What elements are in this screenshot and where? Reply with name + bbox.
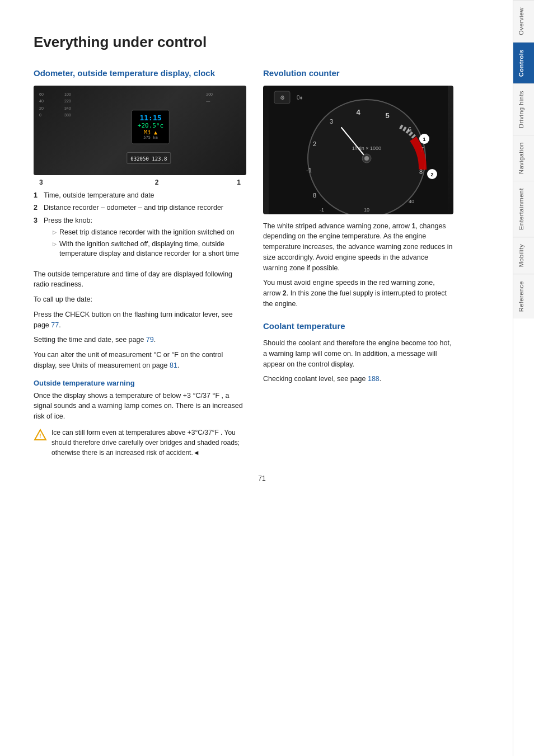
sub-item-1: Reset trip distance recorder with the ig…: [53, 228, 246, 238]
coolant-section: Coolant temperature Should the coolant a…: [263, 321, 453, 385]
sidebar: Overview Controls Driving hints Navigati…: [513, 0, 534, 756]
body-text-1: The outside temperature and time of day …: [34, 269, 246, 290]
coolant-heading: Coolant temperature: [263, 321, 453, 332]
svg-text:40: 40: [409, 199, 414, 204]
page-ref-2[interactable]: 79: [146, 336, 154, 344]
sidebar-tab-driving-hints[interactable]: Driving hints: [513, 83, 534, 135]
revolution-body-1: The white striped advance warning zone, …: [263, 221, 453, 274]
revolution-heading: Revolution counter: [263, 68, 453, 79]
label-3: 3: [39, 179, 43, 186]
sidebar-tab-overview[interactable]: Overview: [513, 0, 534, 42]
item-number-3: 3: [34, 216, 44, 261]
body-text-2: To call up the date:: [34, 294, 246, 305]
outside-temp-body: Once the display shows a temperature of …: [34, 391, 246, 422]
item-text-2: Distance recorder – odometer – and trip …: [44, 203, 246, 213]
sidebar-tab-controls[interactable]: Controls: [513, 42, 534, 83]
gauge-svg: 8 -1 2 3 4 5 6 7 8 1/min × 1000: [263, 86, 453, 214]
odometer-bar: 032050 123.8: [127, 152, 171, 164]
body-text-4: Setting the time and date, see page 79.: [34, 335, 246, 345]
svg-text:3: 3: [330, 118, 333, 125]
svg-text:2: 2: [430, 172, 433, 177]
svg-text:10: 10: [364, 207, 369, 213]
display-center: 11:15 +20.5°c M3 ▲ 575 km: [132, 110, 170, 144]
svg-text:2: 2: [313, 140, 316, 147]
page-number: 71: [34, 475, 490, 482]
svg-text:0♦: 0♦: [297, 95, 303, 101]
odometer-text: 032050 123.8: [130, 156, 167, 162]
coolant-page-ref[interactable]: 188: [368, 375, 380, 383]
svg-text:!: !: [39, 433, 41, 439]
page-title: Everything under control: [34, 34, 490, 51]
left-section-heading: Odometer, outside temperature display, c…: [34, 68, 246, 79]
revolution-body-2: You must avoid engine speeds in the red …: [263, 278, 453, 309]
item-text-3: Press the knob: Reset trip distance reco…: [44, 216, 246, 261]
svg-text:1: 1: [423, 137, 425, 142]
sidebar-tab-mobility[interactable]: Mobility: [513, 237, 534, 274]
display-km: 575 km: [138, 135, 163, 140]
coolant-body-2: Checking coolant level, see page 188.: [263, 374, 453, 384]
right-column: Revolution counter 8 -1 2 3 4: [263, 68, 453, 458]
dashboard-display: 60 40 20 0 100 220 340 380 200 —: [34, 86, 246, 175]
rev-counter-image: 8 -1 2 3 4 5 6 7 8 1/min × 1000: [263, 86, 453, 214]
label-1: 1: [237, 179, 241, 186]
gauge-marks: 60 40 20 0: [39, 91, 44, 119]
svg-text:-1: -1: [306, 167, 312, 173]
list-item-1: 1 Time, outside temperature and date: [34, 191, 246, 201]
left-column: Odometer, outside temperature display, c…: [34, 68, 246, 458]
page-ref-3[interactable]: 81: [170, 361, 177, 369]
warning-triangle-svg: !: [34, 429, 47, 442]
item-number-2: 2: [34, 203, 44, 213]
warning-box: ! Ice can still form even at temperature…: [34, 428, 246, 458]
list-item-3: 3 Press the knob: Reset trip distance re…: [34, 216, 246, 261]
warning-text: Ice can still form even at temperatures …: [51, 428, 246, 458]
svg-text:8: 8: [313, 192, 316, 199]
instrument-image: 60 40 20 0 100 220 340 380 200 —: [34, 86, 246, 175]
svg-text:5: 5: [385, 111, 389, 120]
outside-temp-heading: Outside temperature warning: [34, 379, 246, 387]
sub-list: Reset trip distance recorder with the ig…: [53, 228, 246, 259]
image-labels: 3 2 1: [34, 179, 246, 186]
display-mode: M3 ▲: [138, 129, 163, 135]
svg-text:-1: -1: [320, 207, 324, 213]
svg-point-17: [364, 156, 369, 161]
arrow-2-ref: 2: [283, 289, 287, 297]
main-content: Everything under control Odometer, outsi…: [0, 0, 513, 756]
sidebar-tab-reference[interactable]: Reference: [513, 274, 534, 318]
item-text-1: Time, outside temperature and date: [44, 191, 246, 201]
svg-text:4: 4: [356, 108, 360, 116]
coolant-body-1: Should the coolant and therefore the eng…: [263, 338, 453, 369]
sidebar-tab-entertainment[interactable]: Entertainment: [513, 181, 534, 237]
sidebar-tab-navigation[interactable]: Navigation: [513, 135, 534, 181]
label-2: 2: [155, 179, 159, 186]
body-text-5: You can alter the unit of measurement °C…: [34, 350, 246, 371]
display-time: 11:15: [138, 114, 163, 122]
body-text-3: Press the CHECK button on the flashing t…: [34, 309, 246, 331]
page-ref-1[interactable]: 77: [51, 321, 59, 329]
warning-icon: !: [34, 429, 47, 442]
sub-item-2: With the ignition switched off, displayi…: [53, 240, 246, 259]
display-temp: +20.5°c: [138, 122, 163, 129]
svg-text:⚙: ⚙: [280, 95, 285, 101]
list-item-2: 2 Distance recorder – odometer – and tri…: [34, 203, 246, 213]
item-number-1: 1: [34, 191, 44, 201]
description-list: 1 Time, outside temperature and date 2 D…: [34, 191, 246, 261]
two-column-layout: Odometer, outside temperature display, c…: [34, 68, 490, 458]
